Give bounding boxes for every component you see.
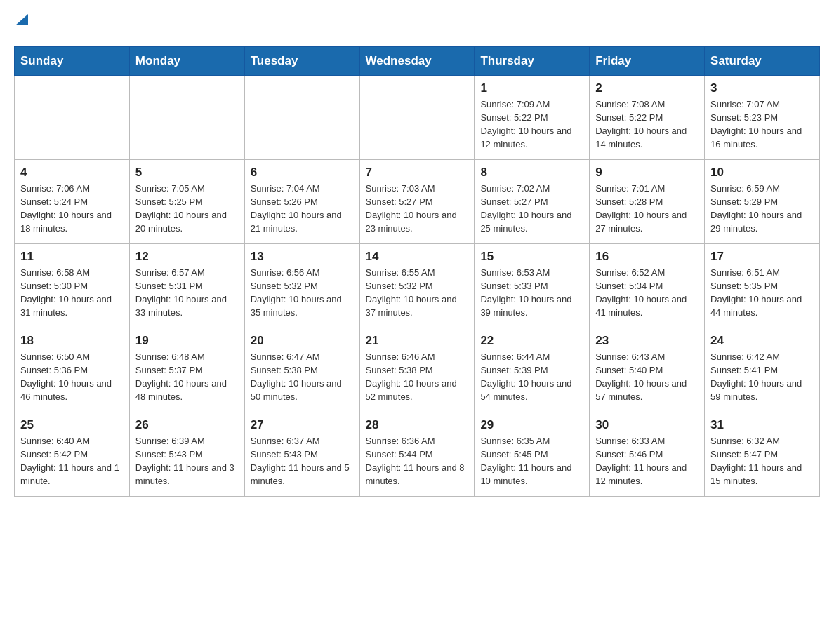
weekday-header-friday: Friday xyxy=(590,47,705,76)
calendar-cell xyxy=(359,76,475,160)
day-number: 25 xyxy=(20,418,124,432)
calendar-cell: 21Sunrise: 6:46 AMSunset: 5:38 PMDayligh… xyxy=(359,328,475,412)
day-info: Sunrise: 7:02 AMSunset: 5:27 PMDaylight:… xyxy=(480,182,583,235)
weekday-header-sunday: Sunday xyxy=(15,47,130,76)
day-info: Sunrise: 6:50 AMSunset: 5:36 PMDaylight:… xyxy=(20,351,124,403)
day-number: 10 xyxy=(710,166,814,180)
calendar-cell: 30Sunrise: 6:33 AMSunset: 5:46 PMDayligh… xyxy=(590,412,705,497)
calendar-cell xyxy=(15,76,130,160)
calendar-cell xyxy=(244,76,359,160)
calendar-cell: 6Sunrise: 7:04 AMSunset: 5:26 PMDaylight… xyxy=(244,160,359,244)
day-number: 7 xyxy=(366,166,469,180)
calendar-cell: 31Sunrise: 6:32 AMSunset: 5:47 PMDayligh… xyxy=(705,412,820,497)
day-number: 13 xyxy=(251,250,354,264)
day-info: Sunrise: 6:48 AMSunset: 5:37 PMDaylight:… xyxy=(135,351,239,403)
weekday-header-saturday: Saturday xyxy=(705,47,820,76)
calendar-week-2: 4Sunrise: 7:06 AMSunset: 5:24 PMDaylight… xyxy=(15,160,820,244)
day-info: Sunrise: 6:37 AMSunset: 5:43 PMDaylight:… xyxy=(251,435,354,488)
calendar-cell: 3Sunrise: 7:07 AMSunset: 5:23 PMDaylight… xyxy=(705,76,820,160)
calendar-cell: 13Sunrise: 6:56 AMSunset: 5:32 PMDayligh… xyxy=(244,244,359,328)
calendar-cell: 10Sunrise: 6:59 AMSunset: 5:29 PMDayligh… xyxy=(705,160,820,244)
day-info: Sunrise: 6:33 AMSunset: 5:46 PMDaylight:… xyxy=(595,435,699,488)
day-info: Sunrise: 7:07 AMSunset: 5:23 PMDaylight:… xyxy=(710,98,814,151)
day-number: 24 xyxy=(710,334,814,348)
day-info: Sunrise: 6:32 AMSunset: 5:47 PMDaylight:… xyxy=(710,435,814,488)
day-number: 30 xyxy=(595,418,699,432)
day-info: Sunrise: 6:47 AMSunset: 5:38 PMDaylight:… xyxy=(251,351,354,403)
day-info: Sunrise: 7:03 AMSunset: 5:27 PMDaylight:… xyxy=(366,182,469,235)
day-info: Sunrise: 7:09 AMSunset: 5:22 PMDaylight:… xyxy=(480,98,583,151)
calendar-cell: 29Sunrise: 6:35 AMSunset: 5:45 PMDayligh… xyxy=(475,412,590,497)
calendar-cell: 18Sunrise: 6:50 AMSunset: 5:36 PMDayligh… xyxy=(15,328,130,412)
day-info: Sunrise: 6:43 AMSunset: 5:40 PMDaylight:… xyxy=(595,351,699,403)
day-number: 3 xyxy=(710,81,814,95)
weekday-header-monday: Monday xyxy=(129,47,244,76)
calendar-cell: 1Sunrise: 7:09 AMSunset: 5:22 PMDaylight… xyxy=(475,76,590,160)
day-number: 29 xyxy=(480,418,583,432)
day-info: Sunrise: 6:36 AMSunset: 5:44 PMDaylight:… xyxy=(366,435,469,488)
day-number: 12 xyxy=(135,250,239,264)
day-number: 1 xyxy=(480,81,583,95)
day-info: Sunrise: 6:56 AMSunset: 5:32 PMDaylight:… xyxy=(251,267,354,319)
day-info: Sunrise: 6:58 AMSunset: 5:30 PMDaylight:… xyxy=(20,267,124,319)
calendar-cell: 19Sunrise: 6:48 AMSunset: 5:37 PMDayligh… xyxy=(129,328,244,412)
day-number: 11 xyxy=(20,250,124,264)
day-info: Sunrise: 6:40 AMSunset: 5:42 PMDaylight:… xyxy=(20,435,124,488)
calendar-cell: 20Sunrise: 6:47 AMSunset: 5:38 PMDayligh… xyxy=(244,328,359,412)
calendar-cell xyxy=(129,76,244,160)
calendar-cell: 15Sunrise: 6:53 AMSunset: 5:33 PMDayligh… xyxy=(475,244,590,328)
page-header xyxy=(14,14,820,32)
calendar-header-row: SundayMondayTuesdayWednesdayThursdayFrid… xyxy=(15,47,820,76)
day-info: Sunrise: 7:04 AMSunset: 5:26 PMDaylight:… xyxy=(251,182,354,235)
day-info: Sunrise: 6:51 AMSunset: 5:35 PMDaylight:… xyxy=(710,267,814,319)
day-info: Sunrise: 6:59 AMSunset: 5:29 PMDaylight:… xyxy=(710,182,814,235)
day-info: Sunrise: 7:05 AMSunset: 5:25 PMDaylight:… xyxy=(135,182,239,235)
day-number: 15 xyxy=(480,250,583,264)
day-number: 14 xyxy=(366,250,469,264)
calendar-week-4: 18Sunrise: 6:50 AMSunset: 5:36 PMDayligh… xyxy=(15,328,820,412)
day-info: Sunrise: 7:06 AMSunset: 5:24 PMDaylight:… xyxy=(20,182,124,235)
day-number: 28 xyxy=(366,418,469,432)
day-info: Sunrise: 7:01 AMSunset: 5:28 PMDaylight:… xyxy=(595,182,699,235)
day-number: 16 xyxy=(595,250,699,264)
weekday-header-thursday: Thursday xyxy=(475,47,590,76)
svg-marker-0 xyxy=(15,14,28,25)
logo xyxy=(14,14,41,32)
calendar-cell: 16Sunrise: 6:52 AMSunset: 5:34 PMDayligh… xyxy=(590,244,705,328)
day-number: 27 xyxy=(251,418,354,432)
weekday-header-wednesday: Wednesday xyxy=(359,47,475,76)
day-number: 20 xyxy=(251,334,354,348)
weekday-header-tuesday: Tuesday xyxy=(244,47,359,76)
day-info: Sunrise: 6:39 AMSunset: 5:43 PMDaylight:… xyxy=(135,435,239,488)
day-number: 22 xyxy=(480,334,583,348)
calendar-cell: 27Sunrise: 6:37 AMSunset: 5:43 PMDayligh… xyxy=(244,412,359,497)
calendar-cell: 24Sunrise: 6:42 AMSunset: 5:41 PMDayligh… xyxy=(705,328,820,412)
day-number: 6 xyxy=(251,166,354,180)
calendar-cell: 28Sunrise: 6:36 AMSunset: 5:44 PMDayligh… xyxy=(359,412,475,497)
calendar-cell: 22Sunrise: 6:44 AMSunset: 5:39 PMDayligh… xyxy=(475,328,590,412)
calendar-week-3: 11Sunrise: 6:58 AMSunset: 5:30 PMDayligh… xyxy=(15,244,820,328)
calendar-table: SundayMondayTuesdayWednesdayThursdayFrid… xyxy=(14,46,820,497)
calendar-cell: 9Sunrise: 7:01 AMSunset: 5:28 PMDaylight… xyxy=(590,160,705,244)
day-number: 23 xyxy=(595,334,699,348)
day-info: Sunrise: 6:55 AMSunset: 5:32 PMDaylight:… xyxy=(366,267,469,319)
calendar-cell: 5Sunrise: 7:05 AMSunset: 5:25 PMDaylight… xyxy=(129,160,244,244)
calendar-cell: 11Sunrise: 6:58 AMSunset: 5:30 PMDayligh… xyxy=(15,244,130,328)
day-info: Sunrise: 7:08 AMSunset: 5:22 PMDaylight:… xyxy=(595,98,699,151)
day-info: Sunrise: 6:44 AMSunset: 5:39 PMDaylight:… xyxy=(480,351,583,403)
calendar-cell: 2Sunrise: 7:08 AMSunset: 5:22 PMDaylight… xyxy=(590,76,705,160)
calendar-cell: 8Sunrise: 7:02 AMSunset: 5:27 PMDaylight… xyxy=(475,160,590,244)
calendar-cell: 25Sunrise: 6:40 AMSunset: 5:42 PMDayligh… xyxy=(15,412,130,497)
day-number: 2 xyxy=(595,81,699,95)
day-number: 21 xyxy=(366,334,469,348)
logo-triangle-icon xyxy=(14,13,29,28)
calendar-cell: 7Sunrise: 7:03 AMSunset: 5:27 PMDaylight… xyxy=(359,160,475,244)
day-number: 31 xyxy=(710,418,814,432)
day-number: 19 xyxy=(135,334,239,348)
calendar-cell: 23Sunrise: 6:43 AMSunset: 5:40 PMDayligh… xyxy=(590,328,705,412)
calendar-cell: 14Sunrise: 6:55 AMSunset: 5:32 PMDayligh… xyxy=(359,244,475,328)
day-number: 4 xyxy=(20,166,124,180)
calendar-cell: 26Sunrise: 6:39 AMSunset: 5:43 PMDayligh… xyxy=(129,412,244,497)
day-number: 18 xyxy=(20,334,124,348)
calendar-cell: 17Sunrise: 6:51 AMSunset: 5:35 PMDayligh… xyxy=(705,244,820,328)
